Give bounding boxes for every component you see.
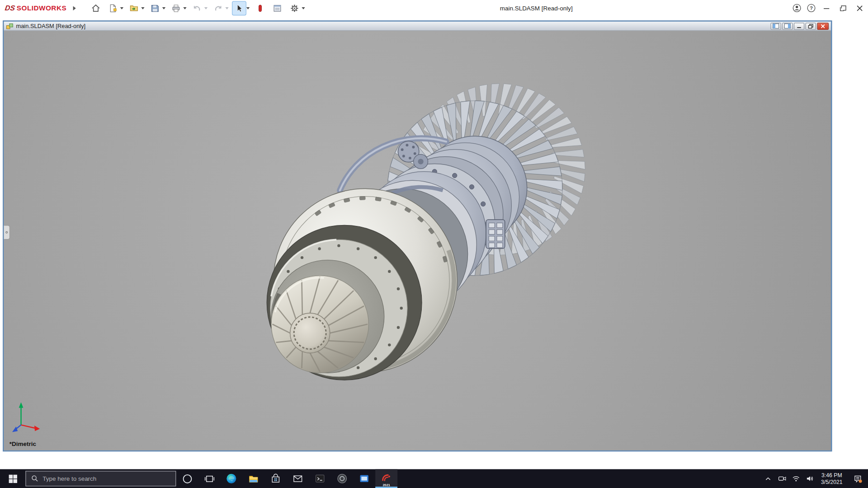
split-pane-right-icon	[784, 23, 791, 28]
blue-window-app-icon	[359, 473, 369, 484]
3dexperience-button[interactable]	[254, 1, 267, 14]
system-tray: 3:46 PM 3/5/2021	[761, 469, 868, 488]
network-button[interactable]	[789, 469, 803, 488]
save-button[interactable]	[148, 1, 161, 14]
round-app-icon	[336, 473, 347, 484]
app-titlebar: DS SOLIDWORKS	[0, 0, 868, 16]
video-camera-icon	[778, 474, 787, 483]
notification-icon	[853, 474, 862, 483]
menu-flyout-arrow-icon[interactable]	[73, 6, 76, 10]
app-minimize-button[interactable]	[818, 0, 835, 16]
start-button[interactable]	[0, 469, 25, 488]
chevron-down-icon[interactable]	[184, 7, 187, 9]
taskbar-blue-app-button[interactable]	[353, 469, 375, 488]
speaker-icon	[805, 474, 814, 483]
pane-toggle-left-button[interactable]	[770, 23, 781, 30]
minimize-icon	[822, 4, 831, 13]
mail-icon	[292, 473, 303, 484]
panel-tab-dot-icon	[5, 231, 8, 234]
file-explorer-icon	[248, 473, 259, 484]
quick-access-toolbar	[89, 1, 309, 14]
search-input[interactable]	[42, 475, 170, 482]
restore-icon	[808, 23, 814, 28]
gear-icon	[290, 3, 300, 13]
save-icon	[150, 3, 160, 13]
chevron-down-icon[interactable]	[226, 7, 229, 9]
undo-icon	[192, 3, 202, 13]
solidworks-app-icon	[380, 473, 392, 485]
taskbar: 2021 3:46 PM 3/5/2021	[0, 469, 868, 488]
terminal-icon	[315, 473, 326, 484]
app-close-button[interactable]	[851, 0, 868, 16]
cursor-arrow-icon	[234, 3, 244, 13]
app-maximize-button[interactable]	[835, 0, 852, 16]
3dexperience-icon	[255, 3, 265, 13]
help-icon: ?	[806, 3, 816, 13]
taskbar-mail-button[interactable]	[287, 469, 309, 488]
help-button[interactable]: ?	[804, 0, 818, 16]
taskbar-terminal-button[interactable]	[309, 469, 331, 488]
taskbar-explorer-button[interactable]	[242, 469, 264, 488]
doc-restore-button[interactable]	[806, 23, 816, 30]
print-button[interactable]	[170, 1, 183, 14]
svg-text:?: ?	[810, 5, 813, 11]
chevron-down-icon[interactable]	[302, 7, 305, 9]
open-button[interactable]	[127, 1, 141, 14]
undo-button[interactable]	[190, 1, 203, 14]
pane-toggle-right-button[interactable]	[782, 23, 793, 30]
document-titlebar[interactable]: main.SLDASM [Read-only]	[4, 22, 831, 31]
new-document-button[interactable]	[106, 1, 119, 14]
task-pane-icon	[273, 3, 283, 13]
document-title: main.SLDASM [Read-only]	[16, 23, 86, 29]
taskbar-round-app-button[interactable]	[331, 469, 353, 488]
screen: DS SOLIDWORKS	[0, 0, 868, 488]
select-tool-button[interactable]	[232, 1, 245, 14]
user-account-icon	[792, 3, 802, 13]
cortana-button[interactable]	[176, 469, 198, 488]
dassault-logo-mark: DS	[5, 4, 16, 12]
chevron-down-icon[interactable]	[162, 7, 165, 9]
meet-now-button[interactable]	[775, 469, 789, 488]
task-view-icon	[204, 474, 214, 484]
taskbar-clock[interactable]: 3:46 PM 3/5/2021	[816, 471, 847, 486]
maximize-icon	[839, 4, 848, 13]
notification-badge	[859, 479, 862, 483]
graphics-viewport[interactable]: *Dimetric	[4, 31, 831, 450]
volume-button[interactable]	[803, 469, 817, 488]
options-button[interactable]	[288, 1, 301, 14]
titlebar-right-controls: ?	[789, 0, 868, 16]
clock-time: 3:46 PM	[821, 471, 843, 479]
windows-start-icon	[8, 474, 18, 483]
taskbar-search[interactable]	[25, 471, 176, 486]
split-pane-left-icon	[772, 23, 779, 28]
collapsed-panel-tab[interactable]	[4, 225, 10, 239]
chevron-down-icon[interactable]	[141, 7, 144, 9]
view-orientation-label: *Dimetric	[9, 441, 36, 447]
clock-date: 3/5/2021	[821, 479, 843, 486]
engine-3d-model[interactable]	[4, 31, 831, 450]
tray-expand-button[interactable]	[761, 469, 775, 488]
action-center-button[interactable]	[847, 469, 868, 488]
account-button[interactable]	[789, 0, 804, 16]
chevron-down-icon[interactable]	[120, 7, 123, 9]
app-title: main.SLDASM [Read-only]	[500, 5, 573, 11]
minimize-icon	[796, 23, 802, 28]
wifi-icon	[791, 474, 800, 483]
doc-close-button[interactable]	[817, 23, 829, 30]
doc-minimize-button[interactable]	[794, 23, 804, 30]
solidworks-year-label: 2021	[375, 483, 397, 487]
task-view-button[interactable]	[198, 469, 220, 488]
chevron-down-icon[interactable]	[246, 7, 250, 9]
close-icon	[855, 4, 864, 13]
taskbar-store-button[interactable]	[264, 469, 287, 488]
task-pane-button[interactable]	[271, 1, 284, 14]
close-icon	[820, 23, 826, 28]
taskbar-edge-button[interactable]	[220, 469, 242, 488]
home-icon	[91, 3, 101, 13]
redo-button[interactable]	[212, 1, 225, 14]
taskbar-solidworks-button[interactable]: 2021	[375, 469, 397, 488]
document-window-controls	[770, 23, 829, 30]
chevron-down-icon[interactable]	[204, 7, 208, 9]
solidworks-logo: DS SOLIDWORKS	[0, 4, 69, 12]
home-button[interactable]	[89, 1, 102, 14]
